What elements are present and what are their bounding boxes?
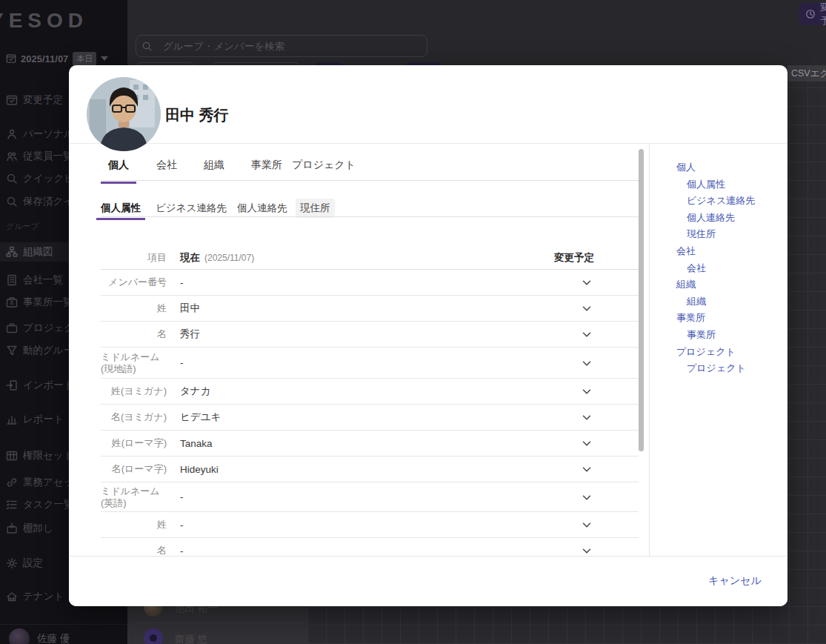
row-label: 姓 [101,519,167,531]
modal-nav-link[interactable]: 個人属性 [676,176,787,193]
attribute-row: 姓(ヨミガナ)タナカ [101,379,639,405]
change-schedule-label: 変更予定 [820,3,826,25]
tab-organization[interactable]: 組織 [196,159,232,181]
list-divider [138,623,304,623]
chevron-down-icon[interactable] [580,385,593,398]
tenant-home-icon [6,591,18,602]
modal-nav-link[interactable]: 現住所 [676,226,787,243]
row-current-value: Tanaka [180,438,213,449]
chevron-down-icon[interactable] [580,462,593,476]
modal-nav-link[interactable]: 個人 [676,159,787,176]
row-label: 名 [101,545,167,557]
current-user[interactable]: 佐藤 優 [9,628,70,644]
change-schedule-button[interactable]: 変更予定 [799,3,826,25]
chevron-down-icon[interactable] [580,276,593,289]
row-current-value: - [180,519,184,531]
attribute-row: メンバー番号- [101,270,639,296]
modal-content: 個人会社組織事業所プロジェクト 個人属性ビジネス連絡先個人連絡先現住所 項目 現… [69,144,649,557]
chevron-down-icon[interactable] [580,302,593,315]
row-current-value: - [180,357,184,368]
chevron-down-icon[interactable] [580,411,593,424]
row-label: 姓 [101,302,167,314]
attribute-row: ミドルネーム(英語)- [101,482,639,512]
row-label: ミドルネーム [101,351,167,363]
search-icon [6,173,18,185]
current-date: 2025/11/07 [21,53,68,64]
modal-nav-link[interactable]: 事業所 [676,327,787,344]
sidebar-item-label: 保存済クイ [23,195,73,208]
member-name: 田中 秀行 [165,105,229,125]
sidebar-item-label: レポート [23,413,64,426]
csv-export-button[interactable]: CSVエクスポート [787,65,826,82]
modal-nav-link[interactable]: プロジェクト [676,344,787,361]
column-header-planned: 変更予定 [554,251,594,265]
calendar-icon [6,53,16,64]
attribute-row: 名(ローマ字)Hideyuki [101,457,639,482]
member-avatar [87,77,161,151]
tab-personal[interactable]: 個人 [101,159,136,181]
import-icon [6,379,18,391]
row-sublabel: (現地語) [101,363,167,375]
subtab-business-contact[interactable]: ビジネス連絡先 [151,199,231,218]
modal-nav-link[interactable]: 会社 [676,243,787,260]
date-selector[interactable]: 2025/11/07 本日 [6,52,108,65]
sidebar-item-label: タスク一覧 [23,498,73,511]
sidebar-item-label: 変更予定 [23,93,63,107]
group-member-search-input[interactable] [136,35,427,57]
table-header-row: 項目 現在 (2025/11/07) 変更予定 [101,246,639,270]
attribute-row: 姓- [101,512,639,538]
cancel-button[interactable]: キャンセル [708,574,762,588]
scrollbar-thumb[interactable] [639,149,644,451]
sidebar-item-label: 組織図 [23,245,53,259]
row-current-value: Hideyuki [180,464,219,475]
subtabs-divider [101,216,639,217]
row-label: 名(ローマ字) [101,463,167,475]
people-icon [6,150,18,162]
chevron-down-icon[interactable] [580,518,593,531]
modal-nav-link[interactable]: 個人連絡先 [676,210,787,227]
subtab-personal-attributes[interactable]: 個人属性 [96,199,145,218]
attribute-row: 姓田中 [101,296,639,322]
modal-nav-link[interactable]: 会社 [676,260,787,277]
modal-nav-link[interactable]: 組織 [676,293,787,311]
sidebar-section-label: グループ [6,221,39,232]
chevron-down-icon[interactable] [580,328,593,341]
tab-company[interactable]: 会社 [149,159,184,181]
briefcase-icon [6,322,18,334]
tab-project[interactable]: プロジェクト [285,159,362,181]
column-header-item: 項目 [101,251,167,265]
modal-nav-link[interactable]: 組織 [676,276,787,293]
chevron-down-icon[interactable] [580,356,593,370]
sidebar-item-label: プロジェク [23,322,74,335]
sidebar-item-label: パーソナル [23,127,74,141]
row-label: 姓(ローマ字) [101,437,167,449]
row-label: メンバー番号 [101,276,167,288]
subtab-personal-contact[interactable]: 個人連絡先 [233,199,292,218]
attributes-table: 項目 現在 (2025/11/07) 変更予定 メンバー番号-姓田中名秀行ミドル… [101,246,639,557]
modal-nav-link[interactable]: ビジネス連絡先 [676,193,787,210]
row-current-value: - [180,491,184,502]
column-header-current: 現在 [180,251,200,265]
sidebar-divider [0,624,127,625]
org-chart-icon [6,246,18,258]
app-window: 変更予定 CSVエクスポート 池田 祐一齋藤 悠 YESOD 2025/11/0… [0,0,826,644]
modal-nav-link[interactable]: プロジェクト [676,360,787,377]
avatar [9,628,30,644]
attribute-row: 名- [101,538,639,557]
modal-nav-link[interactable]: 事業所 [676,310,787,327]
subtab-current-address[interactable]: 現住所 [296,199,335,218]
chevron-down-icon[interactable] [580,491,593,504]
modal-header: 田中 秀行 [69,65,787,143]
chevron-down-icon[interactable] [580,544,593,557]
row-current-value: 田中 [180,302,200,315]
office-building-icon [6,296,18,308]
sidebar-item-label: 従業員一覧 [23,150,73,163]
sidebar-item-label: 権限セット [23,449,73,462]
attribute-row: 姓(ローマ字)Tanaka [101,431,639,457]
chevron-down-icon[interactable] [580,436,593,450]
task-list-icon [6,499,18,511]
member-detail-modal: 田中 秀行 個人会社組織事業所プロジェクト 個人属性ビジネス連絡先個人連絡先現住… [69,65,787,606]
tab-office[interactable]: 事業所 [244,159,290,181]
bar-chart-icon [6,414,18,425]
app-logo: YESOD [0,9,88,33]
